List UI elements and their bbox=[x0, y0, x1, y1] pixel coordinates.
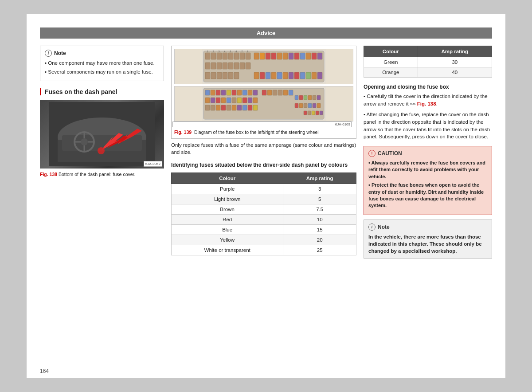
svg-rect-95 bbox=[243, 98, 247, 103]
svg-rect-31 bbox=[294, 53, 299, 59]
caution-title: ! CAUTION bbox=[368, 150, 487, 157]
svg-rect-42 bbox=[240, 63, 245, 69]
svg-rect-93 bbox=[232, 98, 236, 103]
car-svg bbox=[49, 102, 155, 166]
img-badge-139: 6JA-0109 bbox=[172, 122, 352, 127]
svg-rect-36 bbox=[205, 63, 210, 69]
right-column: Colour Amp rating Green30Orange40 Openin… bbox=[364, 46, 492, 361]
table-cell-colour: Orange bbox=[364, 67, 418, 78]
right-para-2: • After changing the fuse, replace the c… bbox=[364, 111, 492, 141]
table-cell-amp: 5 bbox=[283, 194, 356, 204]
svg-rect-20 bbox=[228, 53, 233, 59]
svg-rect-51 bbox=[260, 72, 265, 79]
svg-rect-30 bbox=[289, 53, 293, 59]
fuse-diagram-svg-bottom bbox=[175, 86, 353, 121]
svg-rect-92 bbox=[227, 98, 231, 103]
table-cell-colour: Light brown bbox=[172, 194, 283, 204]
svg-rect-44 bbox=[205, 72, 210, 79]
svg-rect-17 bbox=[211, 53, 216, 59]
fig138-caption: Fig. 138 Bottom of the dash panel: fuse … bbox=[40, 171, 164, 178]
svg-rect-16 bbox=[205, 53, 210, 59]
fuse-diagram-bottom bbox=[174, 86, 353, 122]
svg-rect-94 bbox=[237, 98, 242, 103]
svg-rect-49 bbox=[234, 72, 239, 79]
table-cell-colour: Purple bbox=[172, 184, 283, 194]
svg-rect-84 bbox=[273, 90, 277, 95]
svg-rect-119 bbox=[317, 103, 321, 108]
table-row: Yellow20 bbox=[172, 235, 356, 245]
table-cell-colour: Green bbox=[364, 57, 418, 67]
svg-rect-106 bbox=[216, 105, 220, 110]
svg-rect-23 bbox=[246, 53, 250, 59]
svg-rect-58 bbox=[300, 72, 305, 79]
note-title: i Note bbox=[45, 50, 159, 57]
svg-rect-29 bbox=[283, 53, 288, 59]
svg-rect-122 bbox=[312, 111, 315, 115]
opening-heading: Opening and closing the fuse box bbox=[364, 84, 492, 90]
svg-rect-22 bbox=[240, 53, 245, 59]
mid-column: 123 456 78 bbox=[171, 46, 356, 361]
svg-point-5 bbox=[81, 138, 88, 145]
table-cell-colour: Brown bbox=[172, 204, 283, 214]
svg-rect-73 bbox=[211, 90, 215, 95]
svg-rect-111 bbox=[243, 105, 247, 110]
svg-rect-103 bbox=[317, 95, 321, 100]
svg-rect-108 bbox=[227, 105, 231, 110]
svg-rect-87 bbox=[289, 90, 293, 95]
svg-rect-102 bbox=[313, 95, 316, 100]
svg-rect-110 bbox=[237, 105, 242, 110]
svg-rect-114 bbox=[295, 103, 298, 108]
intro-text: Only replace fuses with a fuse of the sa… bbox=[171, 141, 356, 156]
note-box: i Note • One component may have more tha… bbox=[40, 46, 164, 81]
caution-point-1: • Always carefully remove the fuse box c… bbox=[368, 160, 487, 180]
svg-rect-82 bbox=[262, 90, 266, 95]
table-row: Green30 bbox=[364, 57, 492, 67]
svg-rect-123 bbox=[316, 111, 319, 115]
note-right-title: i Note bbox=[368, 223, 487, 231]
svg-rect-43 bbox=[246, 63, 250, 69]
svg-rect-41 bbox=[234, 63, 239, 69]
svg-rect-90 bbox=[216, 98, 220, 103]
svg-rect-100 bbox=[304, 95, 307, 100]
svg-rect-112 bbox=[248, 105, 252, 110]
identifying-heading: Identifying fuses situated below the dri… bbox=[171, 161, 356, 169]
svg-rect-38 bbox=[217, 63, 222, 69]
svg-rect-88 bbox=[205, 98, 210, 103]
table-row: Orange40 bbox=[364, 67, 492, 78]
svg-rect-47 bbox=[223, 72, 227, 79]
svg-rect-32 bbox=[300, 53, 305, 59]
fuse-diagram-svg-top: 123 456 78 bbox=[175, 49, 353, 84]
svg-text:2: 2 bbox=[213, 50, 214, 53]
svg-rect-105 bbox=[211, 105, 215, 110]
left-column: i Note • One component may have more tha… bbox=[40, 46, 164, 361]
svg-rect-55 bbox=[283, 72, 288, 79]
svg-rect-37 bbox=[211, 63, 216, 69]
svg-rect-78 bbox=[237, 90, 242, 95]
table-row: Blue15 bbox=[172, 224, 356, 235]
table-cell-amp: 20 bbox=[283, 235, 356, 245]
car-interior bbox=[40, 100, 164, 169]
svg-text:3: 3 bbox=[219, 50, 220, 53]
table-cell-amp: 10 bbox=[283, 214, 356, 224]
svg-rect-91 bbox=[221, 98, 226, 103]
svg-text:1: 1 bbox=[207, 50, 208, 53]
svg-rect-19 bbox=[223, 53, 227, 59]
page-header: Advice bbox=[40, 27, 492, 39]
svg-rect-39 bbox=[223, 63, 227, 69]
svg-rect-85 bbox=[278, 90, 282, 95]
table-cell-colour: White or transparent bbox=[172, 245, 283, 255]
svg-rect-107 bbox=[221, 105, 226, 110]
svg-rect-115 bbox=[299, 103, 303, 108]
svg-rect-60 bbox=[312, 72, 317, 79]
svg-rect-124 bbox=[320, 111, 323, 115]
table-cell-amp: 15 bbox=[283, 224, 356, 235]
car-image: 6JA-0052 bbox=[40, 100, 164, 169]
svg-rect-52 bbox=[266, 72, 270, 79]
svg-rect-27 bbox=[271, 53, 276, 59]
note-point-1: • One component may have more than one f… bbox=[45, 59, 159, 67]
table-cell-colour: Blue bbox=[172, 224, 283, 235]
right-table-col-amp: Amp rating bbox=[418, 46, 492, 57]
table-cell-amp: 40 bbox=[418, 67, 492, 78]
table-col-amp: Amp rating bbox=[283, 172, 356, 184]
fuse-colour-table: Colour Amp rating Purple3Light brown5Bro… bbox=[171, 172, 356, 255]
